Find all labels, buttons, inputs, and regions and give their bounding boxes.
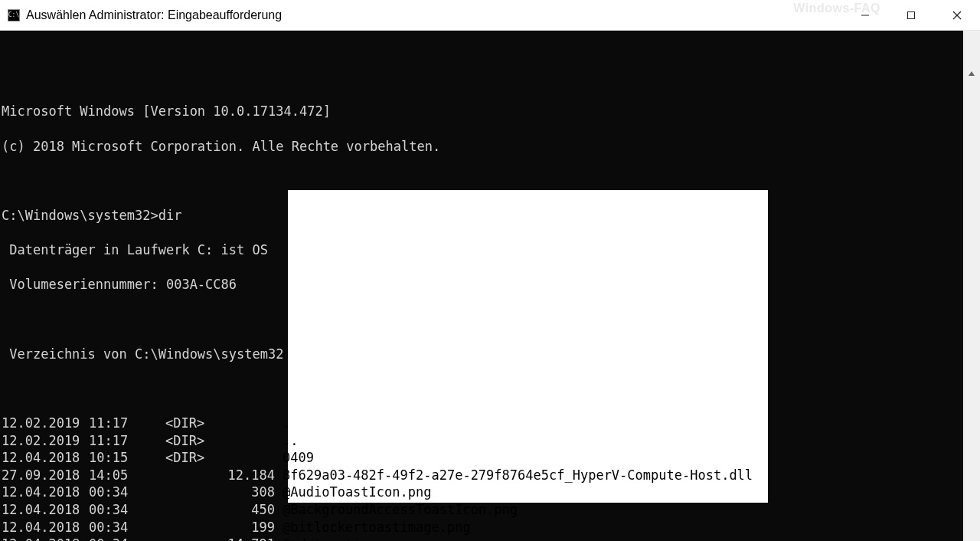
scroll-track[interactable] bbox=[963, 116, 980, 541]
dir-row: 12.04.201800:3414.791@edptoastimage.png bbox=[2, 536, 963, 541]
row-date: 12.04.2018 bbox=[2, 449, 89, 467]
terminal-line: Verzeichnis von C:\Windows\system32 bbox=[2, 346, 963, 363]
row-filename: 8f629a03-482f-49f2-a27e-279f8764e5cf_Hyp… bbox=[283, 467, 753, 484]
row-filename: 0409 bbox=[283, 449, 314, 467]
row-filename: @bitlockertoastimage.png bbox=[283, 519, 471, 536]
row-time: 00:34 bbox=[89, 484, 142, 501]
terminal-line bbox=[2, 172, 963, 190]
row-size: 199 bbox=[142, 519, 283, 536]
svg-rect-1 bbox=[908, 11, 915, 18]
row-time: 11:17 bbox=[89, 432, 142, 450]
terminal-line bbox=[2, 380, 963, 398]
row-time: 00:34 bbox=[89, 536, 142, 541]
row-date: 12.02.2019 bbox=[2, 432, 89, 450]
dir-row: 12.02.201911:17<DIR>.. bbox=[2, 432, 963, 450]
terminal-output[interactable]: Microsoft Windows [Version 10.0.17134.47… bbox=[2, 68, 963, 541]
window-controls bbox=[842, 0, 980, 30]
row-time: 10:15 bbox=[89, 449, 142, 467]
close-button[interactable] bbox=[934, 0, 980, 30]
terminal-line: C:\Windows\system32>dir bbox=[2, 207, 963, 225]
row-time: 00:34 bbox=[89, 501, 142, 519]
row-size: 12.184 bbox=[142, 467, 283, 484]
row-date: 12.04.2018 bbox=[2, 501, 89, 519]
dir-row: 12.04.201800:34450@BackgroundAccessToast… bbox=[2, 501, 963, 519]
row-size: 308 bbox=[142, 484, 283, 501]
row-date: 12.04.2018 bbox=[2, 536, 89, 541]
dir-row: 12.04.201800:34308@AudioToastIcon.png bbox=[2, 484, 963, 501]
terminal-line: Datenträger in Laufwerk C: ist OS bbox=[2, 241, 963, 259]
window-title: Auswählen Administrator: Eingabeaufforde… bbox=[26, 8, 842, 22]
row-size: 450 bbox=[142, 501, 283, 519]
row-time: 14:05 bbox=[89, 467, 142, 484]
cmd-icon: C:\ bbox=[8, 9, 20, 21]
scroll-up-arrow[interactable] bbox=[963, 65, 980, 82]
vertical-scrollbar[interactable] bbox=[963, 31, 980, 541]
row-date: 12.02.2019 bbox=[2, 415, 89, 432]
row-size: 14.791 bbox=[142, 536, 283, 541]
row-time: 00:34 bbox=[89, 519, 142, 536]
row-date: 12.04.2018 bbox=[2, 484, 89, 501]
dir-row: 12.04.201800:34199@bitlockertoastimage.p… bbox=[2, 519, 963, 536]
row-filename: .. bbox=[283, 432, 298, 450]
terminal-line: (c) 2018 Microsoft Corporation. Alle Rec… bbox=[2, 138, 963, 156]
terminal-line bbox=[2, 311, 963, 329]
row-filename: @BackgroundAccessToastIcon.png bbox=[283, 501, 518, 519]
row-dir-tag: <DIR> bbox=[142, 449, 283, 467]
row-time: 11:17 bbox=[89, 415, 142, 432]
dir-row: 12.04.201810:15<DIR>0409 bbox=[2, 449, 963, 467]
svg-marker-4 bbox=[969, 71, 975, 76]
maximize-button[interactable] bbox=[888, 0, 934, 30]
terminal-area[interactable]: Microsoft Windows [Version 10.0.17134.47… bbox=[0, 31, 980, 541]
row-dir-tag: <DIR> bbox=[142, 415, 283, 432]
row-date: 12.04.2018 bbox=[2, 519, 89, 536]
row-dir-tag: <DIR> bbox=[142, 432, 283, 450]
terminal-line: Volumeseriennummer: 003A-CC86 bbox=[2, 276, 963, 293]
row-date: 27.09.2018 bbox=[2, 467, 89, 484]
dir-row: 12.02.201911:17<DIR>. bbox=[2, 415, 963, 432]
row-filename: @AudioToastIcon.png bbox=[283, 484, 431, 501]
minimize-button[interactable] bbox=[842, 0, 888, 30]
row-filename: . bbox=[283, 415, 290, 432]
dir-row: 27.09.201814:0512.1848f629a03-482f-49f2-… bbox=[2, 467, 963, 484]
terminal-line: Microsoft Windows [Version 10.0.17134.47… bbox=[2, 103, 963, 120]
window-titlebar[interactable]: C:\ Auswählen Administrator: Eingabeauff… bbox=[0, 0, 980, 31]
row-filename: @edptoastimage.png bbox=[283, 536, 423, 541]
